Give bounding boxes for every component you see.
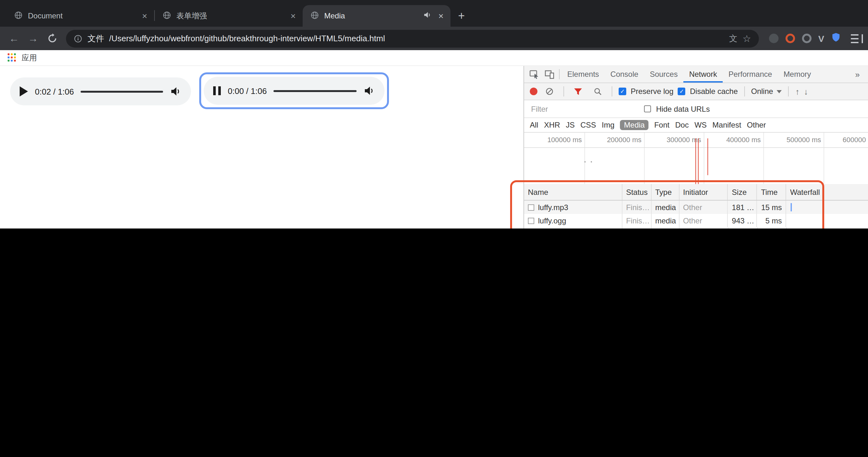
column-header-size[interactable]: Size [728,184,757,200]
import-har-icon[interactable]: ↑ [795,87,800,96]
address-bar[interactable]: 文件 /Users/luffyzhou/webfront/github/brea… [66,30,758,47]
type-filter-ws[interactable]: WS [694,121,707,129]
tab-document[interactable]: Document × [6,5,154,27]
timeline-tick: 600000 ms [843,136,868,144]
forward-icon[interactable]: → [24,30,42,47]
column-header-name[interactable]: Name [524,184,622,200]
divider [788,86,789,96]
volume-icon[interactable] [364,86,375,96]
request-name: luffy.ogg [538,216,566,225]
request-row-luffy-ogg[interactable]: luffy.ogg Finis… media Other 943 … 5 ms [524,214,868,227]
hide-data-urls-label[interactable]: Hide data URLs [656,104,710,113]
type-filter-other[interactable]: Other [747,121,766,129]
extension-icon-3[interactable] [802,34,811,43]
new-tab-button[interactable]: + [458,10,465,22]
devtools-tab-network[interactable]: Network [683,66,723,83]
bookmark-star-icon[interactable]: ☆ [742,33,751,44]
type-filter-doc[interactable]: Doc [675,121,689,129]
check-icon: ✓ [620,89,625,94]
column-header-time[interactable]: Time [757,184,786,200]
type-filter-img[interactable]: Img [602,121,615,129]
filter-input[interactable] [531,104,639,113]
extension-icon-1[interactable] [769,34,778,43]
waterfall-overview-strip[interactable] [524,148,868,184]
devtools-tab-performance[interactable]: Performance [723,66,778,83]
type-filter-xhr[interactable]: XHR [544,121,560,129]
column-separator [651,227,652,228]
back-icon[interactable]: ← [5,30,23,47]
audio-progress-slider[interactable] [81,90,163,92]
type-filter-manifest[interactable]: Manifest [713,121,741,129]
throttling-value: Online [751,87,773,96]
browser-toolbar: ← → 文件 /Users/luffyzhou/webfront/github/… [0,27,868,50]
devtools-tab-console[interactable]: Console [605,66,644,83]
inspect-element-icon[interactable] [527,67,542,82]
type-filter-font[interactable]: Font [654,121,670,129]
reload-icon[interactable] [43,30,61,47]
timeline-tick: 100000 ms [544,136,582,144]
disable-cache-label[interactable]: Disable cache [690,87,738,96]
request-initiator: Other [679,201,728,214]
apps-bookmark-label[interactable]: 应用 [22,52,37,63]
url-text[interactable]: /Users/luffyzhou/webfront/github/breakth… [109,34,724,43]
divider [612,86,612,96]
column-header-status[interactable]: Status [622,184,651,200]
clear-icon[interactable] [542,84,557,99]
globe-favicon-icon [162,10,171,21]
requests-table-header: Name Status Type Initiator Size Time Wat… [524,184,868,201]
search-icon[interactable] [590,84,605,99]
close-tab-icon[interactable]: × [289,11,298,21]
play-icon[interactable] [20,86,28,96]
request-type: media [651,214,679,227]
more-panels-icon[interactable]: » [849,69,865,79]
divider [563,86,564,96]
disable-cache-checkbox[interactable]: ✓ [678,88,686,95]
close-tab-icon[interactable]: × [140,11,149,21]
gridline [704,148,704,184]
request-name: luffy.mp3 [538,203,568,212]
type-filter-css[interactable]: CSS [580,121,596,129]
shield-extension-icon[interactable] [831,32,841,45]
preserve-log-checkbox[interactable]: ✓ [619,88,626,95]
load-event-marker [698,139,699,184]
menu-icon[interactable] [851,33,863,43]
translate-icon[interactable]: 文 [729,33,737,44]
type-filter-all[interactable]: All [530,121,538,129]
close-tab-icon[interactable]: × [437,11,445,21]
audio-player-1[interactable]: 0:02 / 1:06 [10,78,191,105]
column-header-initiator[interactable]: Initiator [679,184,728,200]
hide-data-urls-checkbox[interactable] [644,105,651,112]
audio-player-2[interactable]: 0:00 / 1:06 [204,77,384,105]
devtools-tab-memory[interactable]: Memory [778,66,817,83]
column-separator [757,227,757,228]
timeline-tick: 400000 ms [723,136,761,144]
column-header-waterfall[interactable]: Waterfall [786,184,868,200]
devtools-tab-sources[interactable]: Sources [644,66,683,83]
audio-progress-slider[interactable] [274,90,356,92]
filter-funnel-icon[interactable] [570,84,586,99]
type-filter-media[interactable]: Media [620,120,648,130]
column-header-type[interactable]: Type [651,184,679,200]
devtools-tab-elements[interactable]: Elements [561,66,605,83]
tab-audio-indicator-icon[interactable] [423,11,431,21]
tab-form-enhance[interactable]: 表单增强 × [155,5,303,27]
volume-icon[interactable] [170,86,182,96]
request-time: 5 ms [757,214,786,227]
divider [744,86,745,96]
page-info-icon[interactable] [73,34,83,43]
request-size: 943 … [728,214,757,227]
devtools-tabbar: Elements Console Sources Network Perform… [524,66,868,83]
throttling-dropdown[interactable]: Online [751,87,782,96]
extension-icon-2[interactable] [785,34,795,43]
record-icon[interactable] [530,88,537,95]
device-toolbar-icon[interactable] [542,67,557,82]
overview-request-dot [591,161,592,162]
vimium-extension-icon[interactable]: V [818,33,824,43]
preserve-log-label[interactable]: Preserve log [631,87,674,96]
pause-icon[interactable] [213,86,221,95]
audio-time: 0:02 / 1:06 [35,87,74,96]
export-har-icon[interactable]: ↓ [804,87,808,96]
request-row-luffy-mp3[interactable]: luffy.mp3 Finis… media Other 181 … 15 ms [524,201,868,214]
type-filter-js[interactable]: JS [566,121,575,129]
tab-media-active[interactable]: Media × [303,5,451,27]
